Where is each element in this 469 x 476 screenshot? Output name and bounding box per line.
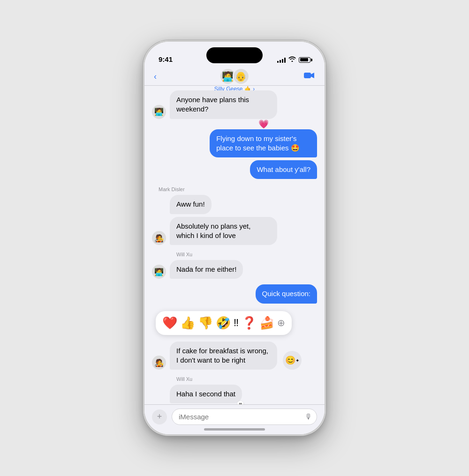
input-wrapper: 🎙 (172, 409, 317, 425)
bubble: Haha I second that (170, 385, 242, 403)
tapback-picker-row: ❤️ 👍 👎 🤣 ‼️ ❓ 🍰 ⊕ (156, 308, 317, 338)
tapback-cake[interactable]: 🍰 (259, 316, 274, 330)
message-row: What about y'all? (152, 160, 317, 179)
message-content: Nada for me either! (170, 260, 243, 279)
bubble: Quick question: (256, 284, 317, 303)
add-button[interactable]: + (152, 409, 167, 424)
sender-name: Will Xu (176, 376, 192, 382)
mic-icon[interactable]: 🎙 (305, 413, 312, 421)
battery-icon (299, 57, 310, 63)
message-content: Absolutely no plans yet, which I kind of… (170, 217, 277, 245)
emoji-reaction-button[interactable]: 😊✦ (283, 351, 302, 370)
phone-screen: 9:41 (144, 42, 325, 434)
messages-screen: ‹ 🧑‍💻 👴 Silly Geese 🤙 › (144, 42, 325, 434)
status-icons (277, 56, 310, 64)
message-input[interactable] (172, 409, 317, 425)
message-content: Quick question: (256, 284, 317, 303)
tapback-haha[interactable]: 🤣 (216, 316, 231, 330)
tapback-thumbsdown[interactable]: 👎 (198, 316, 213, 330)
nav-center: 🧑‍💻 👴 Silly Geese 🤙 › (214, 68, 255, 92)
bubble: If cake for breakfast is wrong, I don't … (170, 342, 277, 370)
phone-frame: 9:41 (143, 40, 326, 436)
message-row: 🧑‍🎤 If cake for breakfast is wrong, I do… (152, 342, 317, 370)
message-row: Aww fun! (152, 195, 317, 214)
wifi-icon (288, 56, 296, 63)
tapback-exclamation[interactable]: ‼️ (234, 317, 239, 329)
avatar: 🧑‍🎤 (152, 356, 166, 370)
back-button[interactable]: ‹ (154, 72, 157, 82)
message-row: Haha I second that ‼️ (152, 385, 317, 403)
tapback-thumbsup[interactable]: 👍 (180, 316, 195, 330)
tapback-reaction: ‼️ (237, 401, 244, 404)
bubble: Absolutely no plans yet, which I kind of… (170, 217, 277, 245)
bubble: Aww fun! (170, 195, 212, 214)
avatar: 🧑‍💻 (152, 265, 166, 279)
status-time: 9:41 (159, 55, 173, 64)
video-call-button[interactable] (304, 72, 315, 82)
bubble: What about y'all? (250, 160, 317, 179)
message-content: Haha I second that ‼️ (170, 385, 242, 403)
home-indicator (204, 428, 265, 431)
bubble: Anyone have plans this weekend? (170, 90, 277, 119)
tapback-heart[interactable]: ❤️ (162, 316, 177, 330)
tapback-picker: ❤️ 👍 👎 🤣 ‼️ ❓ 🍰 ⊕ (156, 311, 292, 335)
message-content: 💗 Flying down to my sister's place to se… (210, 129, 317, 158)
avatar: 🧑‍🎤 (152, 231, 166, 245)
avatar-2: 👴 (233, 68, 250, 85)
messages-area[interactable]: 🧑‍💻 Anyone have plans this weekend? 💗 Fl… (144, 86, 325, 404)
message-row: 🧑‍💻 Nada for me either! (152, 260, 317, 279)
dynamic-island (206, 47, 263, 63)
avatar: 🧑‍💻 (152, 105, 166, 119)
message-content: Aww fun! (170, 195, 212, 214)
sender-label: Will Xu (176, 250, 317, 258)
sender-name: Will Xu (176, 252, 192, 257)
bubble: Nada for me either! (170, 260, 243, 279)
tapback-dots[interactable]: ⊕ (277, 317, 285, 328)
message-content: Anyone have plans this weekend? (170, 90, 277, 119)
bubble: Flying down to my sister's place to see … (210, 129, 317, 158)
message-row: 💗 Flying down to my sister's place to se… (152, 129, 317, 158)
tapback-question[interactable]: ❓ (242, 316, 257, 330)
message-row: 🧑‍💻 Anyone have plans this weekend? (152, 90, 317, 119)
message-content: What about y'all? (250, 160, 317, 179)
message-content: If cake for breakfast is wrong, I don't … (170, 342, 277, 370)
sender-name: Mark Disler (159, 186, 185, 192)
svg-rect-0 (304, 73, 311, 78)
nav-avatars: 🧑‍💻 👴 (219, 68, 250, 85)
signal-icon (277, 57, 286, 63)
sender-label: Mark Disler (159, 185, 317, 193)
message-row: 🧑‍🎤 Absolutely no plans yet, which I kin… (152, 217, 317, 245)
sender-label: Will Xu (176, 374, 317, 383)
message-row: Quick question: (152, 284, 317, 303)
